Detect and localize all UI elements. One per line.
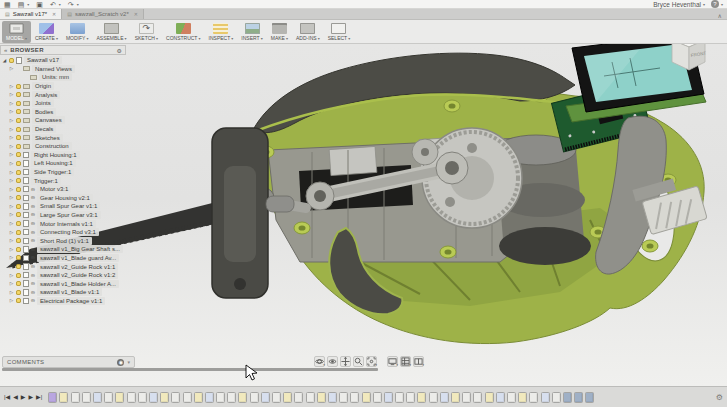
visibility-bulb-icon[interactable] xyxy=(16,109,21,114)
timeline-scrollbar[interactable] xyxy=(2,368,378,371)
visibility-bulb-icon[interactable] xyxy=(16,264,21,269)
expand-arrow-icon[interactable]: ▷ xyxy=(9,118,14,123)
ribbon-group-modify[interactable]: MODIFY xyxy=(62,21,93,43)
timeline-feature-icon[interactable] xyxy=(429,392,438,403)
browser-gear-icon[interactable]: ⚙ xyxy=(117,47,122,54)
tree-row-1[interactable]: ▷Named Views xyxy=(0,65,126,74)
tree-row-12[interactable]: ▷Left Housing:1 xyxy=(0,159,126,168)
user-menu[interactable]: Bryce Heventhal xyxy=(653,1,701,8)
tree-row-5[interactable]: ▷Joints xyxy=(0,99,126,108)
tree-row-16[interactable]: ▷∞Gear Housing v2:1 xyxy=(0,194,126,203)
timeline-joint-icon[interactable] xyxy=(496,392,505,403)
comments-indicator-icon[interactable]: ◉ xyxy=(117,359,124,366)
ribbon-group-insert[interactable]: INSERT xyxy=(237,21,266,43)
timeline-joint-icon[interactable] xyxy=(440,392,449,403)
tree-row-18[interactable]: ▷∞Large Spur Gear v3:1 xyxy=(0,211,126,220)
tree-row-20[interactable]: ▷∞Connecting Rod v3:1 xyxy=(0,228,126,237)
timeline-feature-icon[interactable] xyxy=(406,392,415,403)
layout-grid-button[interactable] xyxy=(400,356,411,367)
timeline-feature-icon[interactable] xyxy=(350,392,359,403)
timeline-feature-icon[interactable] xyxy=(272,392,281,403)
tree-row-13[interactable]: ▷Side Trigger:1 xyxy=(0,168,126,177)
timeline-feature-icon[interactable] xyxy=(127,392,136,403)
expand-arrow-icon[interactable]: ▷ xyxy=(9,204,14,209)
timeline-feature-icon[interactable] xyxy=(373,392,382,403)
timeline-sketch-icon[interactable] xyxy=(485,392,494,403)
expand-arrow-icon[interactable]: ▷ xyxy=(9,161,14,166)
expand-arrow-icon[interactable]: ▷ xyxy=(9,66,14,71)
fit-button[interactable] xyxy=(366,356,377,367)
browser-collapse-icon[interactable]: « xyxy=(4,47,7,53)
timeline-sketch-icon[interactable] xyxy=(362,392,371,403)
timeline-feature-icon[interactable] xyxy=(183,392,192,403)
expand-arrow-icon[interactable]: ◢ xyxy=(2,58,7,63)
tree-row-22[interactable]: ▷∞sawzall v1_Big Gear Shaft s... xyxy=(0,245,126,254)
visibility-bulb-icon[interactable] xyxy=(16,230,21,235)
timeline-sketch-icon[interactable] xyxy=(115,392,124,403)
timeline-joint-icon[interactable] xyxy=(261,392,270,403)
visibility-bulb-icon[interactable] xyxy=(16,152,21,157)
tree-row-8[interactable]: ▷Decals xyxy=(0,125,126,134)
timeline-feature-icon[interactable] xyxy=(250,392,259,403)
expand-arrow-icon[interactable]: ▷ xyxy=(9,298,14,303)
tree-row-6[interactable]: ▷Bodies xyxy=(0,108,126,117)
tree-row-26[interactable]: ▷∞sawzall v1_Blade Holder A... xyxy=(0,279,126,288)
save-icon[interactable]: ▣ xyxy=(36,1,43,8)
timeline-joint-icon[interactable] xyxy=(93,392,102,403)
expand-arrow-icon[interactable]: ▷ xyxy=(9,264,14,269)
play-button[interactable]: ▶ xyxy=(21,392,26,402)
timeline-sketch-icon[interactable] xyxy=(238,392,247,403)
visibility-bulb-icon[interactable] xyxy=(16,290,21,295)
ribbon-group-assemble[interactable]: ASSEMBLE xyxy=(93,21,131,43)
expand-arrow-icon[interactable]: ▷ xyxy=(9,281,14,286)
ribbon-group-model[interactable]: MODEL xyxy=(2,21,31,43)
tree-row-4[interactable]: ▷Analysis xyxy=(0,90,126,99)
ribbon-group-construct[interactable]: CONSTRUCT xyxy=(162,21,205,43)
timeline-feature-icon[interactable] xyxy=(294,392,303,403)
ribbon-group-make[interactable]: MAKE xyxy=(267,21,292,43)
expand-arrow-icon[interactable]: ▷ xyxy=(9,247,14,252)
visibility-bulb-icon[interactable] xyxy=(16,187,21,192)
timeline-joint-icon[interactable] xyxy=(205,392,214,403)
tree-row-14[interactable]: ▷Trigger:1 xyxy=(0,176,126,185)
tree-row-3[interactable]: ▷Origin xyxy=(0,82,126,91)
timeline-sketch-icon[interactable] xyxy=(59,392,68,403)
visibility-bulb-icon[interactable] xyxy=(16,212,21,217)
timeline-feature-icon[interactable] xyxy=(104,392,113,403)
app-grid-icon[interactable]: ▦ xyxy=(4,1,11,8)
timeline-feature-icon[interactable] xyxy=(216,392,225,403)
visibility-bulb-icon[interactable] xyxy=(16,144,21,149)
tree-row-0[interactable]: ◢Sawzall v17 xyxy=(0,56,126,65)
tree-row-15[interactable]: ▷∞Motor v3:1 xyxy=(0,185,126,194)
visibility-bulb-icon[interactable] xyxy=(16,273,21,278)
orbit-button[interactable] xyxy=(314,356,325,367)
visibility-bulb-icon[interactable] xyxy=(16,84,21,89)
visibility-bulb-icon[interactable] xyxy=(16,238,21,243)
tree-row-24[interactable]: ▷∞sawzall v2_Guide Rock v1:1 xyxy=(0,262,126,271)
ribbon-group-inspect[interactable]: INSPECT xyxy=(205,21,238,43)
timeline-analysis-icon[interactable] xyxy=(585,392,594,403)
tree-row-27[interactable]: ▷∞sawzall v1_Blade v1:1 xyxy=(0,288,126,297)
tree-row-28[interactable]: ▷∞Electrical Package v1:1 xyxy=(0,297,126,306)
timeline-analysis-icon[interactable] xyxy=(563,392,572,403)
expand-arrow-icon[interactable]: ▷ xyxy=(9,187,14,192)
ribbon-group-create[interactable]: CREATE xyxy=(31,21,62,43)
expand-arrow-icon[interactable]: ▷ xyxy=(9,290,14,295)
ribbon-group-select[interactable]: SELECT xyxy=(324,21,355,43)
expand-arrow-icon[interactable]: ▷ xyxy=(9,170,14,175)
timeline-feature-icon[interactable] xyxy=(507,392,516,403)
skip-start-button[interactable]: |◀ xyxy=(4,392,10,402)
visibility-bulb-icon[interactable] xyxy=(16,101,21,106)
expand-arrow-icon[interactable]: ▷ xyxy=(9,127,14,132)
visibility-bulb-icon[interactable] xyxy=(16,135,21,140)
visibility-bulb-icon[interactable] xyxy=(16,118,21,123)
browser-header[interactable]: « BROWSER ⚙ xyxy=(0,45,126,55)
undo-icon[interactable]: ↶ xyxy=(50,1,56,8)
visibility-bulb-icon[interactable] xyxy=(16,221,21,226)
expand-arrow-icon[interactable]: ▷ xyxy=(9,195,14,200)
tree-row-25[interactable]: ▷∞sawzall v2_Guide Rock v1:2 xyxy=(0,271,126,280)
timeline-sketch-icon[interactable] xyxy=(194,392,203,403)
timeline-feature-icon[interactable] xyxy=(529,392,538,403)
document-tab-0[interactable]: ▤Sawzall v17*✕ xyxy=(0,9,62,19)
timeline-feature-icon[interactable] xyxy=(138,392,147,403)
